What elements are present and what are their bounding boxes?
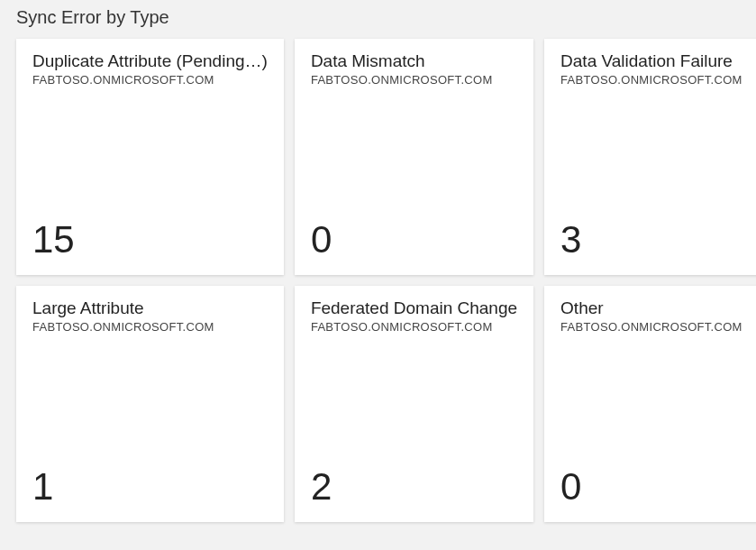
tile-title: Duplicate Attribute (Pending…) <box>32 51 268 71</box>
tile-value: 15 <box>32 221 268 259</box>
tile-subtitle: FABTOSO.ONMICROSOFT.COM <box>311 320 517 334</box>
tile-value: 2 <box>311 468 517 506</box>
tile-subtitle: FABTOSO.ONMICROSOFT.COM <box>560 320 742 334</box>
panel-title: Sync Error by Type <box>16 0 740 39</box>
tile-title: Large Attribute <box>32 298 268 318</box>
tile-duplicate-attribute[interactable]: Duplicate Attribute (Pending…) FABTOSO.O… <box>16 39 284 275</box>
tile-other[interactable]: Other FABTOSO.ONMICROSOFT.COM 0 <box>544 286 756 522</box>
tile-subtitle: FABTOSO.ONMICROSOFT.COM <box>311 73 517 87</box>
tile-subtitle: FABTOSO.ONMICROSOFT.COM <box>560 73 742 87</box>
tile-subtitle: FABTOSO.ONMICROSOFT.COM <box>32 73 268 87</box>
sync-error-panel: Sync Error by Type Duplicate Attribute (… <box>0 0 756 538</box>
tile-value: 0 <box>311 221 517 259</box>
tile-federated-domain-change[interactable]: Federated Domain Change FABTOSO.ONMICROS… <box>295 286 533 522</box>
tile-header: Duplicate Attribute (Pending…) FABTOSO.O… <box>32 51 268 87</box>
tile-title: Federated Domain Change <box>311 298 517 318</box>
tile-grid: Duplicate Attribute (Pending…) FABTOSO.O… <box>16 39 740 522</box>
tile-value: 1 <box>32 468 268 506</box>
tile-header: Large Attribute FABTOSO.ONMICROSOFT.COM <box>32 298 268 334</box>
tile-title: Other <box>560 298 742 318</box>
tile-title: Data Mismatch <box>311 51 517 71</box>
tile-subtitle: FABTOSO.ONMICROSOFT.COM <box>32 320 268 334</box>
tile-header: Data Mismatch FABTOSO.ONMICROSOFT.COM <box>311 51 517 87</box>
tile-large-attribute[interactable]: Large Attribute FABTOSO.ONMICROSOFT.COM … <box>16 286 284 522</box>
tile-header: Data Validation Failure FABTOSO.ONMICROS… <box>560 51 742 87</box>
tile-data-mismatch[interactable]: Data Mismatch FABTOSO.ONMICROSOFT.COM 0 <box>295 39 533 275</box>
tile-data-validation-failure[interactable]: Data Validation Failure FABTOSO.ONMICROS… <box>544 39 756 275</box>
tile-header: Federated Domain Change FABTOSO.ONMICROS… <box>311 298 517 334</box>
tile-value: 3 <box>560 221 742 259</box>
tile-header: Other FABTOSO.ONMICROSOFT.COM <box>560 298 742 334</box>
tile-value: 0 <box>560 468 742 506</box>
tile-title: Data Validation Failure <box>560 51 742 71</box>
